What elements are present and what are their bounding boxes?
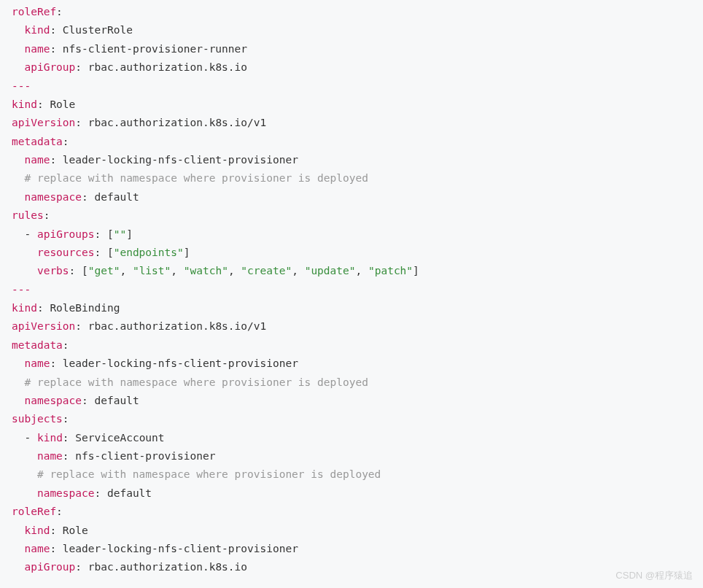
token-punct: : xyxy=(63,136,69,147)
watermark-text: CSDN @程序猿追 xyxy=(615,568,693,584)
code-line: namespace: default xyxy=(12,392,691,410)
token-key: apiGroups xyxy=(37,228,95,240)
code-line: name: leader-locking-nfs-client-provisio… xyxy=(12,540,691,558)
code-line: --- xyxy=(12,281,691,299)
code-line: apiVersion: rbac.authorization.k8s.io/v1 xyxy=(12,114,691,132)
token-value: leader-locking-nfs-client-provisioner xyxy=(63,357,298,369)
token-string: "create" xyxy=(241,265,292,276)
token-string: "" xyxy=(114,228,126,240)
code-line: name: nfs-client-provisioner-runner xyxy=(12,40,691,58)
token-key: kind xyxy=(12,98,37,110)
code-line: rules: xyxy=(12,206,691,225)
token-punct: : xyxy=(50,24,62,36)
token-key: subjects xyxy=(12,413,63,425)
token-key: metadata xyxy=(12,339,63,351)
token-string: "list" xyxy=(133,265,171,276)
token-dash: - xyxy=(24,432,36,444)
token-value: rbac.authorization.k8s.io xyxy=(88,561,247,573)
token-punct: : xyxy=(75,320,88,332)
token-value: default xyxy=(95,395,139,406)
token-punct: : xyxy=(56,6,63,18)
token-punct: : xyxy=(75,561,88,573)
token-value: leader-locking-nfs-client-provisioner xyxy=(63,154,298,166)
token-punct: : xyxy=(82,395,94,406)
code-line: roleRef: xyxy=(12,503,691,521)
token-punct: , xyxy=(356,265,368,276)
token-punct: : xyxy=(56,506,63,517)
token-key: --- xyxy=(12,284,31,295)
token-punct: : xyxy=(50,154,62,166)
token-punct: : xyxy=(37,302,50,314)
token-string: "update" xyxy=(305,265,356,276)
token-comment: # replace with namespace where provision… xyxy=(24,172,368,184)
token-value: rbac.authorization.k8s.io/v1 xyxy=(88,320,266,332)
token-key: kind xyxy=(12,302,37,314)
token-key: kind xyxy=(24,525,50,536)
code-line: name: nfs-client-provisioner xyxy=(12,447,691,465)
code-line: namespace: default xyxy=(12,188,691,206)
token-value: Role xyxy=(63,525,88,536)
token-key: roleRef xyxy=(12,506,56,517)
token-key: kind xyxy=(37,432,63,444)
token-key: name xyxy=(24,543,50,554)
code-line: - kind: ServiceAccount xyxy=(12,429,691,447)
token-value: Role xyxy=(50,98,75,110)
code-line: metadata: xyxy=(12,133,691,151)
code-line: apiGroup: rbac.authorization.k8s.io xyxy=(12,58,691,77)
code-line: # replace with namespace where provision… xyxy=(12,465,691,484)
token-punct: : xyxy=(63,339,69,351)
token-punct: , xyxy=(120,265,132,276)
token-key: namespace xyxy=(37,487,95,499)
token-string: "watch" xyxy=(184,265,228,276)
token-dash: - xyxy=(24,228,36,240)
code-line: apiVersion: rbac.authorization.k8s.io/v1 xyxy=(12,317,691,336)
code-line: verbs: ["get", "list", "watch", "create"… xyxy=(12,262,691,280)
token-punct: : xyxy=(50,543,62,554)
token-string: "patch" xyxy=(368,265,413,276)
code-line: name: leader-locking-nfs-client-provisio… xyxy=(12,151,691,169)
token-key: --- xyxy=(12,80,31,92)
token-string: "endpoints" xyxy=(114,247,184,258)
token-punct: : [ xyxy=(69,265,88,276)
token-key: kind xyxy=(24,24,50,36)
code-line: kind: ClusterRole xyxy=(12,21,691,39)
code-line: name: leader-locking-nfs-client-provisio… xyxy=(12,355,691,373)
token-punct: ] xyxy=(184,247,190,258)
token-key: namespace xyxy=(24,395,82,406)
token-comment: # replace with namespace where provision… xyxy=(37,468,381,480)
code-line: roleRef: xyxy=(12,3,691,21)
token-punct: : xyxy=(75,117,88,128)
token-key: roleRef xyxy=(12,6,56,18)
token-punct: : xyxy=(50,43,62,55)
token-punct: : xyxy=(44,209,50,221)
yaml-code-block: roleRef: kind: ClusterRole name: nfs-cli… xyxy=(12,3,691,577)
token-key: resources xyxy=(37,247,95,258)
code-line: resources: ["endpoints"] xyxy=(12,244,691,262)
code-line: - apiGroups: [""] xyxy=(12,225,691,244)
code-line: kind: RoleBinding xyxy=(12,299,691,317)
token-punct: : xyxy=(63,432,75,444)
token-value: leader-locking-nfs-client-provisioner xyxy=(63,543,298,554)
token-string: "get" xyxy=(88,265,120,276)
token-key: name xyxy=(37,450,63,462)
token-punct: , xyxy=(228,265,241,276)
token-value: rbac.authorization.k8s.io/v1 xyxy=(88,117,266,128)
code-line: kind: Role xyxy=(12,96,691,114)
code-line: namespace: default xyxy=(12,484,691,503)
token-comment: # replace with namespace where provision… xyxy=(24,376,368,388)
token-punct: , xyxy=(292,265,304,276)
token-punct: , xyxy=(171,265,183,276)
token-punct: ] xyxy=(126,228,133,240)
token-key: apiGroup xyxy=(24,61,75,73)
token-value: nfs-client-provisioner-runner xyxy=(63,43,247,55)
code-line: metadata: xyxy=(12,336,691,355)
token-punct: : [ xyxy=(95,228,114,240)
code-line: apiGroup: rbac.authorization.k8s.io xyxy=(12,558,691,576)
token-value: RoleBinding xyxy=(50,302,120,314)
token-value: nfs-client-provisioner xyxy=(75,450,215,462)
code-line: # replace with namespace where provision… xyxy=(12,374,691,392)
code-line: # replace with namespace where provision… xyxy=(12,169,691,187)
code-line: --- xyxy=(12,77,691,96)
code-line: subjects: xyxy=(12,410,691,428)
token-key: name xyxy=(24,357,50,369)
